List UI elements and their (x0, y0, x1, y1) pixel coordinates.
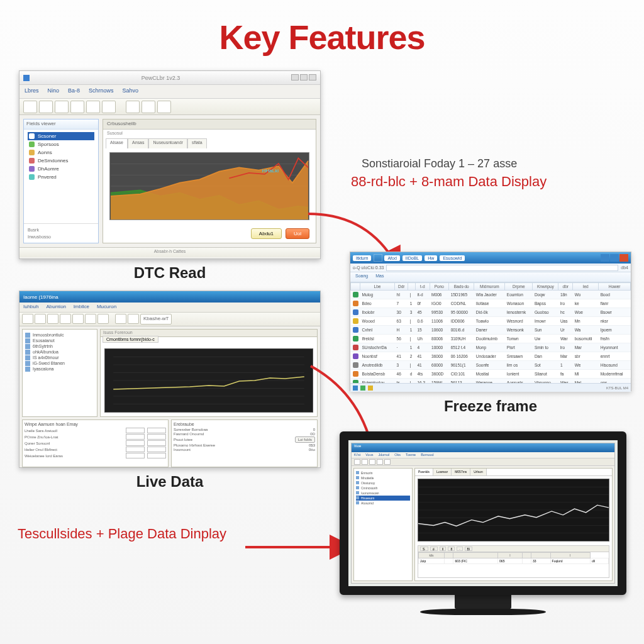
menu-item[interactable]: Ki'st (354, 453, 360, 457)
tree-item[interactable]: Mnotietle (356, 475, 410, 480)
address-bar[interactable]: o-Q uIoCiú 0.33 db4 (350, 264, 631, 272)
param-input[interactable] (126, 447, 145, 452)
table-row[interactable]: CxhnlH11510600001I6.dDanerWensonkSunUrWa… (351, 326, 631, 335)
menu-item[interactable]: Ba-8 (68, 87, 80, 96)
param-input[interactable] (147, 447, 166, 452)
toolbar-button[interactable] (47, 314, 58, 324)
param-button[interactable]: Loi fubls (295, 436, 315, 443)
toolbar[interactable] (352, 458, 614, 466)
menu-item[interactable]: Tosme (406, 453, 416, 457)
ribbon-tab[interactable]: Hw (425, 255, 437, 261)
param-input[interactable] (126, 453, 145, 458)
tree-footer-item[interactable]: Inwusbosso (26, 233, 96, 240)
tree-item[interactable]: Inmoosbrontiulc (25, 332, 94, 338)
tab[interactable]: Nuseusntoandr (148, 138, 187, 148)
param-input[interactable] (147, 434, 166, 440)
tree-item[interactable]: 6thSytrtnh (25, 343, 94, 349)
toolbar-button[interactable] (39, 101, 53, 113)
table-row[interactable]: SUrstochrrDa·14100006512 t.4MonpPisrtSmi… (351, 343, 631, 352)
toolbar-button[interactable] (369, 459, 375, 465)
toolbar-button[interactable] (97, 314, 109, 324)
toolbar-button[interactable] (384, 459, 391, 465)
tb-btn[interactable]: d· (430, 547, 438, 551)
ribbon-tab[interactable]: IIDoBL (402, 255, 422, 261)
tree-item[interactable]: Pnvered (28, 173, 94, 181)
tree-item[interactable]: Esosaianot (25, 338, 94, 343)
menu-item[interactable]: Nino (48, 87, 60, 96)
menubar[interactable]: Soang Mas (350, 272, 631, 282)
menubar[interactable]: Ki'st Vous Jdomol Oks Tosme Bomood (352, 452, 614, 458)
toolbar-button[interactable] (126, 101, 140, 113)
tree-item[interactable]: Cmincstonh (356, 486, 410, 491)
tree-item[interactable]: Aonns (28, 148, 94, 157)
tree-item[interactable]: Oisstonoy (356, 480, 410, 486)
tb-btn[interactable]: Il (440, 547, 447, 551)
ribbon-tab[interactable]: Esusowid (440, 255, 465, 261)
tree-item[interactable]: iG-Swed Btanen (25, 360, 94, 366)
tab-bar[interactable]: Alsase Ansas Nuseusntoandr sfiata (103, 138, 316, 148)
tree-item[interactable]: Atusornd (356, 501, 410, 506)
toolbar-button[interactable] (377, 459, 383, 465)
toolbar-button[interactable] (115, 314, 126, 324)
table-row[interactable]: Joip603 (FIC06533Foqlorddil (419, 558, 609, 564)
action-button[interactable]: Abdu1 (251, 228, 282, 239)
toolbar-button[interactable] (102, 101, 116, 113)
param-input[interactable] (147, 453, 166, 458)
data-table[interactable]: LbeDdrt-dPonoBads·doMidmoromDrpmeKnwnpuy… (350, 282, 631, 383)
tree-item[interactable]: ohkAlbundoa (25, 349, 94, 355)
tb-btn[interactable]: · (457, 547, 462, 551)
tab[interactable]: M057ms (452, 469, 470, 475)
window-buttons[interactable] (290, 74, 316, 82)
tb-btn[interactable]: 8 (448, 547, 455, 551)
address-input[interactable] (386, 265, 618, 271)
param-input[interactable] (126, 440, 145, 446)
menu-item[interactable]: Mucuron (97, 304, 116, 311)
tab[interactable]: Urlson (470, 469, 486, 475)
tb-btn[interactable]: Bl (465, 547, 472, 551)
toolbar-button[interactable] (22, 314, 33, 324)
table-row[interactable]: Anotredildb3|416000096151(1Soonfelirn os… (351, 361, 631, 370)
tree-item[interactable]: Enrsorin (356, 470, 410, 475)
tab-bar[interactable]: Cmontlbms fomnr(bido-c (101, 337, 317, 346)
toolbar-button[interactable] (70, 101, 84, 113)
param-input[interactable] (147, 440, 166, 446)
tree-footer-item[interactable]: Busrk (26, 226, 96, 233)
table-row[interactable]: Ibolobr303459953095 00000Did-0kIenostern… (351, 308, 631, 317)
menubar[interactable]: Lbres Nino Ba-8 Schrnows Sahvo (19, 85, 320, 99)
toolbar-label[interactable]: Kbashe-wT (140, 314, 172, 325)
tab[interactable]: Ansas (128, 138, 148, 148)
toolbar[interactable] (19, 99, 320, 115)
tree-item[interactable]: DhAomre (28, 165, 94, 173)
menu-item[interactable]: Lbres (25, 87, 39, 96)
menu-item[interactable]: Bomood (421, 453, 434, 457)
table-row[interactable]: BoistaDensb46d4ts3600DCI0:101MostialIoni… (351, 370, 631, 379)
toolbar-button[interactable] (55, 101, 69, 113)
table-row[interactable]: MuloghI|it-dM00615D1965Wla JaoderEoumton… (351, 291, 631, 299)
toolbar-button[interactable] (157, 101, 171, 113)
menu-item[interactable]: Sahvo (123, 87, 139, 96)
tree-item[interactable]: Hnuesom (356, 496, 410, 501)
back-button[interactable]: Itkturn (353, 255, 371, 261)
tree-pane[interactable]: Enrsorin Mnotietle Oisstonoy Cmincstonh … (353, 468, 413, 581)
toolbar-button[interactable] (354, 459, 360, 465)
tree-item[interactable]: Scsoner (28, 132, 94, 140)
tab[interactable]: Alsase (106, 138, 128, 148)
menu-item[interactable]: Abumion (46, 304, 66, 311)
tab-bar[interactable]: Poanlds Loarwor M057ms Urlson (415, 469, 612, 476)
menu-item[interactable]: Oks (394, 453, 401, 457)
tree-item[interactable]: Ioononssoan (356, 491, 410, 496)
tree-item[interactable]: Sporsoos (28, 140, 94, 148)
toolbar-button[interactable] (35, 314, 46, 324)
tree-pane[interactable]: Fields viewer Scsoner Sporsoos Aonns DeS… (23, 119, 99, 243)
tree-item[interactable]: DeSmdonnes (28, 157, 94, 165)
tab[interactable]: Loarwor (433, 469, 452, 475)
toolbar-button[interactable] (86, 101, 100, 113)
param-input[interactable] (126, 434, 145, 440)
table-row[interactable]: Woood63|0.611006IDD006ToawloWesnordImowr… (351, 317, 631, 326)
toolbar-button[interactable] (128, 314, 139, 324)
tab[interactable]: sfiata (187, 138, 207, 148)
menubar[interactable]: Iuhbuh Abumion lmbllce Mucuron (19, 303, 320, 313)
table-row[interactable]: Rolemkydovts|16.3159W56113WarapoeAossusl… (351, 379, 631, 384)
window-buttons[interactable] (601, 254, 628, 262)
toolbar-button[interactable] (23, 101, 37, 113)
